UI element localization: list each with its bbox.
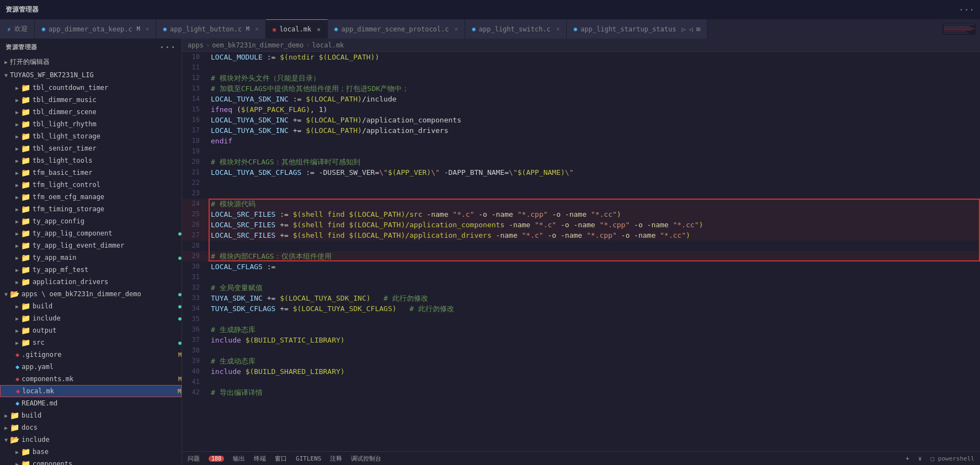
chevron-icon: ▶ (15, 279, 19, 285)
breadcrumb-sep1: › (206, 41, 210, 49)
tree-item-application-drivers[interactable]: ▶ 📁 application_drivers (0, 276, 182, 288)
tree-item-apps-section[interactable]: ▼ 📂 apps \ oem_bk7231n_dimmer_demo ● (0, 288, 182, 300)
tab-app-light-startup[interactable]: ◉ app_light_startup_status ▷ ◁ ⊠ (567, 19, 707, 39)
tree-item-tfm-timing[interactable]: ▶ 📁 tfm_timing_storage (0, 203, 182, 215)
code-editor[interactable]: 10 LOCAL_MODULE := $(notdir $(LOCAL_PATH… (182, 52, 980, 451)
tree-item-tfm-light-control[interactable]: ▶ 📁 tfm_light_control (0, 179, 182, 191)
tree-item-ty-app-lig-event[interactable]: ▶ 📁 ty_app_lig_event_dimmer (0, 239, 182, 252)
chevron-icon: ▶ (15, 109, 19, 115)
tree-item-include2[interactable]: ▼ 📂 include (0, 434, 182, 446)
comment-tab[interactable]: 注释 (330, 455, 342, 463)
folder-icon: 📁 (21, 253, 30, 262)
tree-item-app-yaml[interactable]: ◆ app.yaml (0, 361, 182, 373)
item-label: include (33, 314, 174, 322)
add-terminal-button[interactable]: + (906, 455, 909, 462)
line-content (209, 62, 980, 73)
debug-console-tab[interactable]: 调试控制台 (351, 455, 381, 463)
folder-icon: 📁 (21, 168, 30, 177)
tree-item-readme[interactable]: ◆ README.md (0, 397, 182, 409)
more-button[interactable]: ··· (958, 4, 974, 15)
file-icon: ◆ (15, 351, 19, 359)
code-line: 21 LOCAL_TUYA_SDK_CFLAGS := -DUSER_SW_VE… (182, 167, 980, 178)
gitlens-tab[interactable]: GITLENS (296, 455, 321, 462)
dot-badge: ● (178, 291, 182, 297)
tree-item-components-mk[interactable]: ◆ components.mk M (0, 373, 182, 385)
tab-welcome[interactable]: ⚡ 欢迎 (0, 19, 35, 39)
tree-item-tbs-light-tools[interactable]: ▶ 📁 tbs_light_tools (0, 154, 182, 167)
terminal-tab[interactable]: 终端 (254, 455, 266, 463)
tab-close-dimmer-ota[interactable]: ✕ (146, 25, 150, 33)
tree-item-include[interactable]: ▶ 📁 include ● (0, 312, 182, 324)
folder-icon: 📁 (21, 83, 30, 92)
open-editors-section[interactable]: ▶ 打开的编辑器 (0, 55, 182, 68)
tree-item-tfm-basic-timer[interactable]: ▶ 📁 tfm_basic_timer (0, 167, 182, 179)
powershell-label: □ powershell (931, 455, 974, 462)
tree-item-tfm-oem-cfg[interactable]: ▶ 📁 tfm_oem_cfg_manage (0, 191, 182, 203)
code-line: 28 (182, 240, 980, 251)
tab-app-light-button[interactable]: ◉ app_light_button.c M ✕ (156, 19, 265, 39)
tree-item-local-mk[interactable]: ◆ local.mk M (0, 385, 182, 397)
tree-item-tbl-countdown[interactable]: ▶ 📁 tbl_countdown_timer (0, 82, 182, 94)
tree-item-output[interactable]: ▶ 📁 output (0, 324, 182, 336)
line-content: TUYA_SDK_CFLAGS += $(LOCAL_TUYA_SDK_CFLA… (209, 303, 980, 314)
tree-item-ty-app-mf-test[interactable]: ▶ 📁 ty_app_mf_test (0, 264, 182, 276)
tab-close-light-switch[interactable]: ✕ (556, 25, 560, 33)
tree-item-tbl-light-storage[interactable]: ▶ 📁 tbl_light_storage (0, 130, 182, 142)
problems-tab[interactable]: 问题 (188, 455, 200, 463)
output-tab[interactable]: 输出 (233, 455, 245, 463)
tab-app-dimmer-ota[interactable]: ◉ app_dimmer_ota_keep.c M ✕ (35, 19, 156, 39)
line-content: TUYA_SDK_INC += $(LOCAL_TUYA_SDK_INC) # … (209, 293, 980, 303)
chevron-icon: ▶ (15, 231, 19, 237)
tab-close-light-button[interactable]: ✕ (255, 25, 259, 33)
tab-app-dimmer-scene[interactable]: ◉ app_dimmer_scene_protocol.c ✕ (328, 19, 465, 39)
line-content (209, 272, 980, 282)
line-content: # 全局变量赋值 (209, 282, 980, 293)
window-tab[interactable]: 窗口 (275, 455, 287, 463)
tree-item-tbl-light-rhythm[interactable]: ▶ 📁 tbl_light_rhythm (0, 118, 182, 130)
item-label: ty_app_lig_component (33, 229, 174, 237)
item-label: tbl_light_rhythm (33, 120, 182, 128)
folder-icon: 📁 (21, 447, 30, 456)
chevron-down-icon[interactable]: ∨ (918, 455, 922, 462)
tree-item-docs[interactable]: ▶ 📁 docs (0, 421, 182, 434)
line-content: include $(BUILD_STATIC_LIBRARY) (209, 335, 980, 345)
tree-item-tbl-dimmer-music[interactable]: ▶ 📁 tbl_dimmer_music (0, 94, 182, 106)
tree-item-ty-app-main[interactable]: ▶ 📁 ty_app_main ● (0, 252, 182, 264)
tree-item-ty-app-lig-component[interactable]: ▶ 📁 ty_app_lig_component ● (0, 227, 182, 239)
sidebar-more-button[interactable]: ··· (159, 42, 176, 52)
file-icon: ◆ (16, 387, 20, 395)
tab-app-light-switch[interactable]: ◉ app_light_switch.c ✕ (465, 19, 567, 39)
line-content: LOCAL_MODULE := $(notdir $(LOCAL_PATH)) (209, 52, 980, 62)
line-number: 34 (182, 303, 209, 314)
dot-badge: ● (178, 303, 182, 309)
code-line: 27 LOCAL_SRC_FILES += $(shell find $(LOC… (182, 230, 980, 240)
tab-close-local-mk[interactable]: ✕ (317, 26, 321, 33)
line-number: 35 (182, 314, 209, 324)
folder-icon: 📂 (10, 435, 19, 444)
tab-local-mk[interactable]: ◉ local.mk ✕ (266, 19, 328, 39)
breadcrumb-apps: apps (188, 41, 204, 49)
sidebar: 资源管理器 ··· ▶ 打开的编辑器 ▼ TUYAOS_WF_BK7231N_L… (0, 39, 182, 465)
project-section[interactable]: ▼ TUYAOS_WF_BK7231N_LIG (0, 68, 182, 82)
line-content: # 导出编译详情 (209, 387, 980, 398)
tree-item-tbl-dimmer-scene[interactable]: ▶ 📁 tbl_dimmer_scene (0, 106, 182, 118)
tree-item-ty-app-config[interactable]: ▶ 📁 ty_app_config (0, 215, 182, 227)
tree-item-gitignore[interactable]: ◆ .gitignore M (0, 349, 182, 361)
tab-close-dimmer-scene[interactable]: ✕ (455, 25, 459, 33)
chevron-icon: ▶ (15, 121, 19, 127)
tree-item-components2[interactable]: ▶ 📁 components (0, 458, 182, 465)
tree-item-src[interactable]: ▶ 📁 src ● (0, 336, 182, 349)
item-label: src (33, 339, 174, 346)
line-number: 29 (182, 251, 209, 261)
tree-item-build[interactable]: ▶ 📁 build ● (0, 300, 182, 312)
tree-item-base[interactable]: ▶ 📁 base (0, 446, 182, 458)
chevron-icon: ▶ (15, 267, 19, 273)
line-number: 16 (182, 115, 209, 125)
project-name: TUYAOS_WF_BK7231N_LIG (10, 71, 94, 79)
modified-badge: M (178, 376, 182, 382)
tree-item-build2[interactable]: ▶ 📁 build (0, 409, 182, 421)
line-content (209, 345, 980, 356)
folder-icon: 📁 (21, 193, 30, 201)
tree-item-tbl-senior-timer[interactable]: ▶ 📁 tbl_senior_timer (0, 142, 182, 154)
line-number: 27 (182, 230, 209, 240)
